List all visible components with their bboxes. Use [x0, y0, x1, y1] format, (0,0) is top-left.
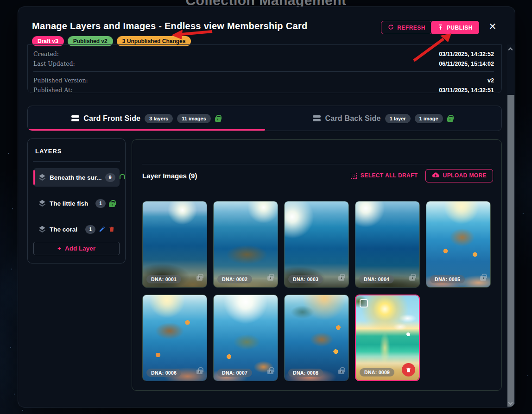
back-images-count-badge: 1 image	[415, 114, 443, 123]
image-grid: DNA: 0001 DNA: 0002 DNA: 0003 DNA: 0004	[142, 201, 491, 381]
image-lock-icon	[409, 276, 415, 281]
delete-layer-icon[interactable]	[108, 226, 115, 232]
dna-label: DNA: 0006	[146, 369, 181, 377]
layers-stack-icon	[313, 115, 321, 121]
dna-label: DNA: 0005	[430, 275, 465, 283]
tab-card-front-side[interactable]: Card Front Side 3 layers 11 images	[28, 106, 265, 131]
published-version-row: Published Version: v2	[33, 75, 494, 85]
scrollbar-thumb[interactable]	[507, 95, 514, 407]
dna-label: DNA: 0007	[217, 369, 252, 377]
back-lock-icon	[447, 117, 453, 122]
layer-count-badge: 9	[105, 173, 115, 182]
image-lock-icon	[196, 370, 203, 374]
close-icon[interactable]: ✕	[488, 21, 498, 31]
version-meta-panel: Created: 03/11/2025, 14:32:52 Last Updat…	[27, 44, 502, 93]
edit-layer-icon[interactable]	[99, 226, 105, 232]
created-row: Created: 03/11/2025, 14:32:52	[33, 49, 494, 59]
image-lock-icon	[338, 276, 344, 281]
published-at-row: Published At: 03/11/2025, 14:32:51	[33, 85, 494, 95]
publish-button[interactable]: PUBLISH	[431, 21, 479, 34]
image-card-dna-0006[interactable]: DNA: 0006	[142, 295, 207, 381]
dna-label: DNA: 0008	[288, 369, 323, 377]
published-version-value: v2	[488, 77, 494, 84]
last-updated-row: Last Updated: 06/11/2025, 15:14:02	[33, 59, 494, 69]
layer-icon	[38, 174, 46, 181]
image-lock-icon	[267, 370, 273, 374]
published-version-label: Published Version:	[33, 77, 88, 84]
image-lock-icon	[338, 370, 344, 374]
layer-images-title: Layer Images (9)	[142, 172, 197, 180]
active-tab-indicator	[28, 129, 265, 131]
modal-title: Manage Layers and Images - Endless view …	[32, 21, 307, 31]
dna-label: DNA: 0002	[217, 275, 252, 283]
layer-item-the-coral[interactable]: The coral 1	[33, 220, 120, 238]
add-layer-button[interactable]: + Add Layer	[33, 242, 120, 255]
published-at-value: 03/11/2025, 14:32:51	[439, 87, 494, 94]
image-card-dna-0001[interactable]: DNA: 0001	[142, 201, 207, 288]
select-all-icon	[351, 173, 357, 179]
layers-divider	[33, 161, 120, 162]
layer-count-badge: 1	[95, 199, 106, 208]
dna-label: DNA: 0009	[360, 368, 394, 376]
manage-layers-modal: Manage Layers and Images - Endless view …	[18, 6, 515, 408]
image-card-dna-0008[interactable]: DNA: 0008	[284, 295, 349, 381]
background-stars	[8, 153, 9, 154]
image-card-dna-0004[interactable]: DNA: 0004	[355, 201, 420, 288]
layer-icon	[38, 200, 46, 207]
meta-divider	[33, 71, 494, 72]
image-lock-icon	[480, 276, 486, 281]
card-side-tabs: Card Front Side 3 layers 11 images Card …	[27, 106, 502, 131]
front-layers-count-badge: 3 layers	[145, 114, 173, 123]
image-card-dna-0007[interactable]: DNA: 0007	[213, 295, 278, 381]
image-select-checkbox[interactable]	[360, 299, 368, 307]
layers-sidebar: LAYERS Beneath the sur... 9 The little f…	[27, 138, 126, 263]
cloud-upload-icon	[432, 172, 439, 179]
front-lock-icon	[215, 117, 221, 122]
refresh-icon	[388, 24, 394, 31]
back-layers-count-badge: 1 layer	[385, 114, 411, 123]
trash-icon	[405, 367, 412, 373]
layer-icon	[38, 226, 46, 233]
dna-label: DNA: 0003	[288, 275, 323, 283]
dna-label: DNA: 0004	[359, 275, 394, 283]
last-updated-label: Last Updated:	[33, 60, 75, 67]
tab-card-back-side[interactable]: Card Back Side 1 layer 1 image	[265, 106, 501, 131]
images-header: Layer Images (9) SELECT ALL DRAFT UPLOAD…	[142, 169, 493, 182]
layer-count-badge: 1	[85, 225, 95, 234]
select-all-draft-button[interactable]: SELECT ALL DRAFT	[351, 172, 418, 179]
layers-stack-icon	[71, 115, 79, 121]
delete-image-button[interactable]	[402, 363, 415, 376]
plus-icon: +	[57, 245, 61, 252]
image-card-dna-0002[interactable]: DNA: 0002	[213, 201, 278, 288]
refresh-button[interactable]: REFRESH	[381, 21, 432, 34]
dna-label: DNA: 0001	[146, 275, 181, 283]
scroll-up-icon[interactable]	[508, 48, 513, 52]
image-card-dna-0005[interactable]: DNA: 0005	[426, 201, 491, 288]
front-images-count-badge: 11 images	[177, 114, 211, 123]
modal-scrollbar[interactable]	[507, 44, 515, 407]
publish-upload-icon	[437, 24, 443, 31]
last-updated-value: 06/11/2025, 15:14:02	[439, 61, 494, 67]
layer-lock-icon	[109, 202, 115, 207]
layer-images-panel: Layer Images (9) SELECT ALL DRAFT UPLOAD…	[132, 139, 502, 391]
published-at-label: Published At:	[33, 87, 72, 94]
image-lock-icon	[267, 276, 273, 281]
layers-heading: LAYERS	[35, 148, 120, 155]
upload-more-button[interactable]: UPLOAD MORE	[425, 169, 493, 182]
layer-item-beneath-the-surface[interactable]: Beneath the sur... 9	[33, 168, 120, 187]
image-card-dna-0009[interactable]: DNA: 0009	[355, 295, 420, 381]
created-label: Created:	[33, 50, 59, 57]
image-card-dna-0003[interactable]: DNA: 0003	[284, 201, 349, 288]
layer-item-the-little-fish[interactable]: The little fish 1	[33, 194, 120, 213]
image-lock-icon	[196, 276, 203, 281]
created-value: 03/11/2025, 14:32:52	[439, 51, 494, 57]
images-divider	[142, 164, 491, 164]
